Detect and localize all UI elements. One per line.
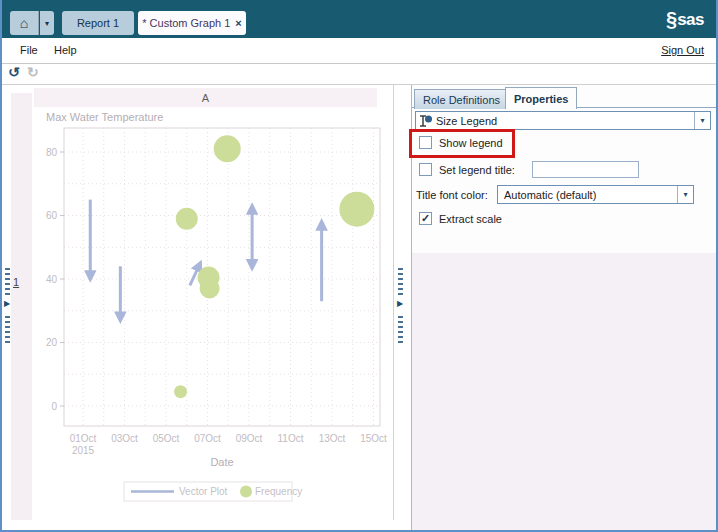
- menu-file[interactable]: File: [20, 44, 38, 56]
- chevron-down-icon: ▾: [677, 186, 693, 203]
- tab-properties-label: Properties: [514, 93, 568, 105]
- canvas-right-border: [393, 85, 394, 520]
- sas-logo-text: sas: [677, 10, 704, 30]
- svg-text:Max Water Temperature: Max Water Temperature: [46, 111, 163, 123]
- chart-svg: 02040608001Oct201503Oct05Oct07Oct09Oct11…: [34, 108, 393, 520]
- svg-text:07Oct: 07Oct: [194, 433, 221, 444]
- set-legend-title-checkbox[interactable]: [419, 163, 432, 176]
- row-number-label: 1: [13, 276, 19, 288]
- svg-text:Vector Plot: Vector Plot: [179, 486, 228, 497]
- svg-text:2015: 2015: [72, 445, 95, 456]
- tab-report-1[interactable]: Report 1: [62, 11, 134, 35]
- app-window: ⌂ ▾ Report 1 * Custom Graph 1 × § sas Fi…: [0, 0, 718, 532]
- svg-text:Date: Date: [210, 456, 233, 468]
- svg-text:11Oct: 11Oct: [278, 433, 304, 444]
- svg-text:Frequency: Frequency: [255, 486, 302, 497]
- extract-scale-checkbox[interactable]: ✓: [419, 212, 432, 225]
- bubble-layer: [174, 135, 374, 398]
- set-legend-title-label: Set legend title:: [439, 164, 515, 176]
- column-header-label: A: [202, 92, 209, 104]
- svg-text:60: 60: [46, 210, 58, 221]
- svg-text:15Oct: 15Oct: [360, 433, 387, 444]
- chevron-down-icon: ▾: [45, 19, 49, 28]
- svg-text:01Oct: 01Oct: [70, 433, 97, 444]
- redo-icon[interactable]: ↻: [27, 64, 39, 80]
- left-expand-icon[interactable]: ▶: [4, 299, 10, 308]
- svg-text:13Oct: 13Oct: [319, 433, 346, 444]
- close-icon[interactable]: ×: [235, 17, 241, 29]
- sas-logo: § sas: [666, 8, 704, 31]
- home-button[interactable]: ⌂: [10, 11, 39, 35]
- home-dropdown-button[interactable]: ▾: [40, 11, 54, 35]
- home-icon: ⌂: [20, 15, 28, 31]
- right-splitter-handle-2[interactable]: [398, 316, 403, 343]
- tab-properties[interactable]: Properties: [505, 87, 577, 109]
- svg-text:40: 40: [46, 274, 58, 285]
- title-font-color-label: Title font color:: [416, 189, 488, 201]
- toolbar: ↺ ↻: [2, 64, 716, 85]
- menu-help[interactable]: Help: [54, 44, 77, 56]
- top-bar: ⌂ ▾ Report 1 * Custom Graph 1 × § sas: [2, 0, 716, 38]
- svg-text:80: 80: [46, 147, 58, 158]
- tab-report-label: Report 1: [77, 17, 119, 29]
- chart-legend: Vector PlotFrequency: [124, 482, 302, 501]
- right-expand-icon[interactable]: ▶: [397, 299, 403, 308]
- highlight-box: [409, 129, 515, 158]
- title-font-color-dropdown[interactable]: Automatic (default) ▾: [497, 185, 694, 204]
- extract-scale-label: Extract scale: [439, 213, 502, 225]
- tab-role-definitions[interactable]: Role Definitions: [414, 89, 509, 109]
- size-legend-icon: [418, 114, 433, 128]
- svg-text:20: 20: [46, 337, 58, 348]
- undo-icon[interactable]: ↺: [8, 64, 20, 80]
- sas-logo-glyph: §: [666, 8, 677, 31]
- properties-panel: Role Definitions Properties Size Legend …: [412, 85, 716, 530]
- property-selector-dropdown[interactable]: Size Legend ▾: [415, 111, 711, 130]
- chevron-down-icon: ▾: [694, 112, 710, 129]
- menu-bar: File Help Sign Out: [2, 38, 716, 64]
- tab-graph-label: * Custom Graph 1: [142, 17, 230, 29]
- chart-canvas: 02040608001Oct201503Oct05Oct07Oct09Oct11…: [34, 108, 393, 520]
- tab-role-definitions-label: Role Definitions: [423, 94, 500, 106]
- tab-custom-graph-1[interactable]: * Custom Graph 1 ×: [138, 11, 246, 35]
- svg-text:0: 0: [51, 401, 57, 412]
- right-splitter-handle[interactable]: [398, 268, 403, 295]
- panel-tab-bar: Role Definitions Properties: [412, 85, 716, 108]
- svg-text:09Oct: 09Oct: [236, 433, 263, 444]
- left-splitter-handle[interactable]: [5, 268, 10, 295]
- vector-layer: [90, 200, 321, 321]
- column-header-a: A: [34, 88, 377, 107]
- legend-title-input[interactable]: [532, 161, 639, 178]
- sign-out-link[interactable]: Sign Out: [661, 44, 704, 56]
- property-selector-value: Size Legend: [436, 115, 497, 127]
- svg-text:05Oct: 05Oct: [153, 433, 180, 444]
- title-font-color-value: Automatic (default): [504, 189, 596, 201]
- svg-text:03Oct: 03Oct: [111, 433, 138, 444]
- gridlines: [64, 128, 380, 426]
- row-header-strip: [11, 93, 32, 520]
- left-splitter-handle-2[interactable]: [5, 316, 10, 343]
